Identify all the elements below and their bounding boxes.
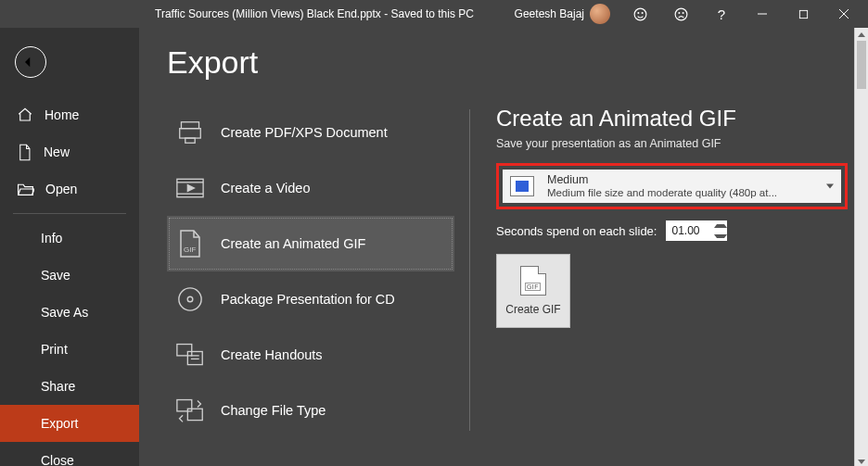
sidebar-item-label: Export: [41, 416, 78, 431]
filetype-icon: [176, 397, 204, 424]
maximize-button[interactable]: [783, 0, 823, 28]
gif-icon: GIF: [176, 230, 204, 258]
sidebar-item-label: Close: [41, 453, 74, 466]
sidebar-item-label: Print: [41, 342, 68, 357]
svg-point-2: [642, 12, 643, 13]
smile-icon[interactable]: [619, 0, 660, 28]
export-option-label: Change File Type: [221, 403, 326, 418]
titlebar: Traffic Sources (Million Views) Black En…: [0, 0, 868, 28]
sidebar-item-open[interactable]: Open: [0, 170, 139, 208]
svg-point-0: [634, 8, 646, 20]
sidebar-item-export[interactable]: Export: [0, 405, 139, 442]
sidebar-item-label: Info: [41, 231, 62, 246]
sidebar-item-print[interactable]: Print: [0, 331, 139, 368]
gif-document-icon: GIF: [520, 266, 546, 296]
svg-rect-11: [181, 122, 198, 129]
export-option-change-filetype[interactable]: Change File Type: [167, 383, 454, 438]
svg-rect-12: [180, 129, 201, 138]
sidebar-item-label: Home: [45, 107, 79, 122]
document-icon: [17, 144, 32, 161]
svg-rect-22: [187, 351, 202, 364]
dropdown-secondary: Medium file size and moderate quality (4…: [547, 187, 819, 199]
svg-rect-13: [185, 138, 195, 143]
frown-icon[interactable]: [660, 0, 701, 28]
svg-text:GIF: GIF: [184, 246, 196, 254]
svg-point-4: [678, 12, 679, 13]
sidebar-item-save[interactable]: Save: [0, 257, 139, 294]
cd-icon: [176, 285, 204, 313]
svg-marker-17: [187, 184, 194, 191]
scrollbar[interactable]: [854, 28, 868, 466]
user-name[interactable]: Geetesh Bajaj: [515, 7, 584, 20]
presentation-icon: [510, 176, 534, 196]
svg-rect-25: [177, 400, 192, 411]
quality-dropdown[interactable]: Medium Medium file size and moderate qua…: [503, 170, 841, 203]
seconds-value: 01.00: [671, 224, 699, 237]
export-option-package-cd[interactable]: Package Presentation for CD: [167, 271, 454, 327]
scrollbar-up[interactable]: [855, 28, 868, 41]
export-option-video[interactable]: Create a Video: [167, 160, 454, 216]
quality-dropdown-highlight: Medium Medium file size and moderate qua…: [496, 163, 848, 209]
sidebar-item-label: Open: [45, 182, 77, 196]
svg-rect-7: [799, 10, 807, 18]
gif-tag: GIF: [525, 283, 541, 291]
seconds-label: Seconds spend on each slide:: [496, 224, 657, 238]
sidebar-item-label: New: [44, 145, 70, 159]
pane-title: Create an Animated GIF: [496, 106, 848, 132]
export-option-label: Create PDF/XPS Document: [221, 125, 388, 140]
svg-point-5: [683, 12, 683, 13]
sidebar-item-label: Save: [41, 268, 70, 283]
export-main: Export Create PDF/XPS Document Create a …: [139, 28, 868, 466]
svg-point-3: [675, 8, 687, 20]
export-option-pdfxps[interactable]: Create PDF/XPS Document: [167, 105, 454, 160]
sidebar-item-label: Save As: [41, 305, 88, 320]
svg-point-1: [637, 12, 638, 13]
export-option-label: Create an Animated GIF: [221, 236, 365, 251]
svg-point-20: [187, 296, 193, 302]
sidebar-item-label: Share: [41, 379, 75, 394]
back-button[interactable]: [15, 46, 46, 78]
export-option-handouts[interactable]: Create Handouts: [167, 327, 454, 383]
svg-rect-21: [177, 345, 192, 356]
svg-point-19: [179, 288, 201, 310]
minimize-button[interactable]: [742, 0, 783, 28]
svg-rect-26: [187, 409, 202, 420]
spinner-up[interactable]: [714, 220, 727, 231]
export-option-gif[interactable]: GIF Create an Animated GIF: [167, 216, 454, 271]
sidebar-item-close[interactable]: Close: [0, 442, 139, 466]
pdf-icon: [176, 119, 204, 146]
sidebar-item-info[interactable]: Info: [0, 220, 139, 257]
video-icon: [176, 174, 204, 202]
export-option-label: Create a Video: [221, 181, 310, 195]
create-gif-label: Create GIF: [505, 303, 560, 316]
scrollbar-thumb[interactable]: [857, 41, 866, 89]
sidebar-item-saveas[interactable]: Save As: [0, 294, 139, 331]
pane-subtitle: Save your presentation as an Animated GI…: [496, 137, 848, 150]
chevron-down-icon: [826, 184, 834, 189]
home-icon: [17, 107, 33, 123]
page-title: Export: [167, 44, 454, 81]
sidebar-item-share[interactable]: Share: [0, 368, 139, 405]
avatar[interactable]: [590, 4, 610, 24]
backstage-sidebar: Home New Open Info Save Save As Print: [0, 28, 139, 466]
folder-open-icon: [17, 182, 34, 196]
close-button[interactable]: [823, 0, 864, 28]
export-option-label: Create Handouts: [221, 347, 323, 362]
export-option-label: Package Presentation for CD: [221, 292, 395, 307]
scrollbar-down[interactable]: [855, 455, 868, 466]
seconds-spinner[interactable]: 01.00: [666, 220, 727, 241]
dropdown-primary: Medium: [547, 173, 819, 186]
sidebar-item-new[interactable]: New: [0, 133, 139, 170]
document-title: Traffic Sources (Million Views) Black En…: [155, 7, 474, 20]
create-gif-button[interactable]: GIF Create GIF: [496, 254, 570, 328]
handouts-icon: [176, 341, 204, 369]
spinner-down[interactable]: [714, 231, 727, 241]
help-icon[interactable]: ?: [701, 0, 742, 28]
sidebar-item-home[interactable]: Home: [0, 96, 139, 133]
